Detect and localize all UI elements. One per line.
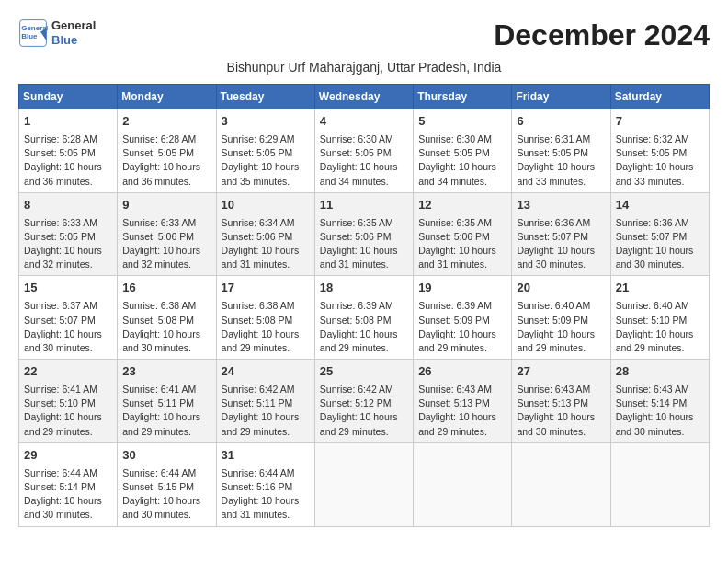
calendar-cell: 22Sunrise: 6:41 AMSunset: 5:10 PMDayligh… — [19, 360, 118, 443]
day-number: 24 — [222, 363, 310, 381]
calendar-cell: 26Sunrise: 6:43 AMSunset: 5:13 PMDayligh… — [414, 360, 512, 443]
day-info-line: Sunrise: 6:38 AM — [222, 299, 310, 313]
day-info-line: Sunset: 5:05 PM — [418, 146, 506, 160]
day-info-line: Sunset: 5:10 PM — [24, 396, 112, 410]
day-info-line: Sunrise: 6:28 AM — [122, 132, 210, 146]
calendar-cell: 21Sunrise: 6:40 AMSunset: 5:10 PMDayligh… — [610, 276, 709, 360]
day-info-line: Sunset: 5:05 PM — [24, 230, 112, 244]
day-info-line: Sunset: 5:14 PM — [24, 480, 112, 494]
day-info-line: Sunrise: 6:37 AM — [24, 299, 112, 313]
day-info-line: Daylight: 10 hours and 34 minutes. — [418, 160, 506, 188]
calendar-cell: 30Sunrise: 6:44 AMSunset: 5:15 PMDayligh… — [118, 442, 216, 526]
day-number: 12 — [418, 197, 506, 214]
calendar-cell: 18Sunrise: 6:39 AMSunset: 5:08 PMDayligh… — [314, 276, 413, 360]
day-info-line: Sunrise: 6:33 AM — [24, 216, 112, 230]
day-info-line: Sunset: 5:05 PM — [616, 146, 704, 160]
day-number: 25 — [320, 363, 408, 381]
day-info-line: Sunset: 5:05 PM — [320, 146, 408, 160]
day-info-line: Sunrise: 6:32 AM — [616, 132, 704, 146]
day-info-line: Sunrise: 6:36 AM — [616, 216, 704, 230]
day-info-line: Daylight: 10 hours and 32 minutes. — [24, 244, 112, 271]
day-info-line: Daylight: 10 hours and 30 minutes. — [122, 494, 210, 522]
calendar-cell: 31Sunrise: 6:44 AMSunset: 5:16 PMDayligh… — [216, 442, 314, 526]
day-info-line: Daylight: 10 hours and 29 minutes. — [616, 327, 704, 355]
calendar-header-row: SundayMondayTuesdayWednesdayThursdayFrid… — [19, 85, 710, 109]
day-info-line: Daylight: 10 hours and 31 minutes. — [222, 494, 310, 522]
calendar-cell: 5Sunrise: 6:30 AMSunset: 5:05 PMDaylight… — [414, 109, 512, 193]
day-info-line: Daylight: 10 hours and 36 minutes. — [24, 160, 112, 188]
day-info-line: Daylight: 10 hours and 31 minutes. — [418, 244, 506, 271]
calendar-cell: 4Sunrise: 6:30 AMSunset: 5:05 PMDaylight… — [314, 109, 413, 193]
day-info-line: Daylight: 10 hours and 30 minutes. — [24, 494, 112, 522]
calendar-cell: 24Sunrise: 6:42 AMSunset: 5:11 PMDayligh… — [216, 360, 314, 443]
day-info-line: Daylight: 10 hours and 35 minutes. — [222, 160, 310, 188]
day-info-line: Sunset: 5:05 PM — [24, 146, 112, 160]
day-number: 23 — [122, 363, 210, 381]
day-number: 16 — [122, 280, 210, 297]
day-info-line: Daylight: 10 hours and 29 minutes. — [24, 410, 112, 438]
logo-text-line1: General — [51, 18, 96, 33]
calendar-cell: 14Sunrise: 6:36 AMSunset: 5:07 PMDayligh… — [610, 192, 709, 276]
day-info-line: Sunrise: 6:40 AM — [517, 299, 605, 313]
logo: General Blue General Blue — [18, 18, 96, 48]
day-info-line: Sunset: 5:08 PM — [320, 314, 408, 327]
calendar-cell: 13Sunrise: 6:36 AMSunset: 5:07 PMDayligh… — [512, 192, 610, 276]
day-info-line: Sunset: 5:13 PM — [517, 396, 605, 410]
day-info-line: Daylight: 10 hours and 30 minutes. — [517, 244, 605, 271]
day-info-line: Sunset: 5:11 PM — [122, 396, 210, 410]
day-info-line: Daylight: 10 hours and 29 minutes. — [320, 410, 408, 438]
logo-text-line2: Blue — [51, 33, 96, 48]
calendar-cell: 25Sunrise: 6:42 AMSunset: 5:12 PMDayligh… — [314, 360, 413, 443]
calendar-cell: 3Sunrise: 6:29 AMSunset: 5:05 PMDaylight… — [216, 109, 314, 193]
day-info-line: Sunrise: 6:35 AM — [320, 216, 408, 230]
day-number: 7 — [616, 113, 704, 131]
day-info-line: Daylight: 10 hours and 31 minutes. — [320, 244, 408, 271]
day-info-line: Daylight: 10 hours and 34 minutes. — [320, 160, 408, 188]
day-info-line: Sunrise: 6:31 AM — [517, 132, 605, 146]
calendar-cell: 11Sunrise: 6:35 AMSunset: 5:06 PMDayligh… — [314, 192, 413, 276]
day-info-line: Sunset: 5:05 PM — [517, 146, 605, 160]
day-number: 21 — [616, 280, 704, 297]
day-info-line: Daylight: 10 hours and 33 minutes. — [517, 160, 605, 188]
calendar-cell: 7Sunrise: 6:32 AMSunset: 5:05 PMDaylight… — [610, 109, 709, 193]
day-info-line: Sunrise: 6:38 AM — [122, 299, 210, 313]
day-info-line: Sunrise: 6:42 AM — [222, 383, 310, 396]
day-info-line: Daylight: 10 hours and 29 minutes. — [517, 327, 605, 355]
calendar-week-row: 8Sunrise: 6:33 AMSunset: 5:05 PMDaylight… — [19, 192, 710, 276]
day-number: 31 — [222, 447, 310, 465]
day-info-line: Sunrise: 6:41 AM — [24, 383, 112, 396]
day-info-line: Sunset: 5:15 PM — [122, 480, 210, 494]
day-info-line: Sunrise: 6:35 AM — [418, 216, 506, 230]
day-number: 28 — [616, 363, 704, 381]
day-info-line: Daylight: 10 hours and 30 minutes. — [616, 410, 704, 438]
day-info-line: Sunrise: 6:43 AM — [517, 383, 605, 396]
day-info-line: Sunrise: 6:34 AM — [222, 216, 310, 230]
day-number: 20 — [517, 280, 605, 297]
svg-text:Blue: Blue — [21, 32, 38, 40]
day-info-line: Daylight: 10 hours and 30 minutes. — [616, 244, 704, 271]
day-info-line: Daylight: 10 hours and 29 minutes. — [418, 327, 506, 355]
day-info-line: Daylight: 10 hours and 29 minutes. — [122, 410, 210, 438]
calendar-cell: 15Sunrise: 6:37 AMSunset: 5:07 PMDayligh… — [19, 276, 118, 360]
calendar-cell: 19Sunrise: 6:39 AMSunset: 5:09 PMDayligh… — [414, 276, 512, 360]
day-info-line: Sunset: 5:13 PM — [418, 396, 506, 410]
day-info-line: Sunset: 5:11 PM — [222, 396, 310, 410]
header-sunday: Sunday — [19, 85, 118, 109]
day-info-line: Daylight: 10 hours and 29 minutes. — [418, 410, 506, 438]
day-number: 2 — [122, 113, 210, 131]
day-info-line: Sunrise: 6:28 AM — [24, 132, 112, 146]
day-info-line: Sunrise: 6:44 AM — [122, 466, 210, 480]
page-header: General Blue General Blue December 2024 — [18, 18, 710, 52]
day-info-line: Sunset: 5:14 PM — [616, 396, 704, 410]
day-info-line: Sunset: 5:07 PM — [616, 230, 704, 244]
general-blue-logo-icon: General Blue — [18, 18, 48, 48]
day-info-line: Sunset: 5:06 PM — [122, 230, 210, 244]
day-info-line: Sunrise: 6:39 AM — [418, 299, 506, 313]
day-info-line: Sunrise: 6:41 AM — [122, 383, 210, 396]
calendar-week-row: 15Sunrise: 6:37 AMSunset: 5:07 PMDayligh… — [19, 276, 710, 360]
day-info-line: Daylight: 10 hours and 29 minutes. — [222, 410, 310, 438]
calendar-table: SundayMondayTuesdayWednesdayThursdayFrid… — [18, 84, 710, 527]
day-info-line: Sunrise: 6:42 AM — [320, 383, 408, 396]
calendar-cell: 10Sunrise: 6:34 AMSunset: 5:06 PMDayligh… — [216, 192, 314, 276]
day-info-line: Daylight: 10 hours and 31 minutes. — [222, 244, 310, 271]
